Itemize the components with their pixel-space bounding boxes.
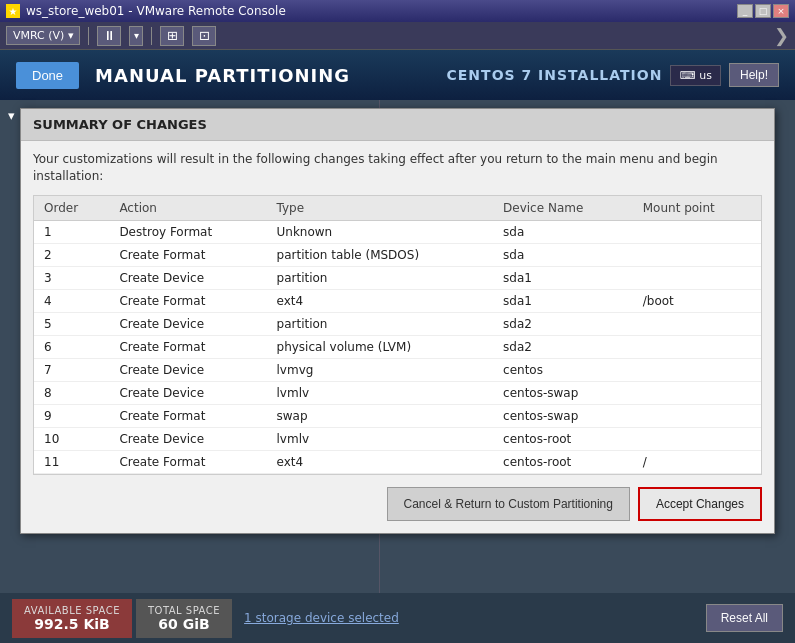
cell-mount bbox=[633, 220, 761, 243]
cell-mount bbox=[633, 266, 761, 289]
close-button[interactable]: × bbox=[773, 4, 789, 18]
cell-action: Create Device bbox=[109, 381, 266, 404]
page-title: MANUAL PARTITIONING bbox=[95, 65, 350, 86]
cell-action: Create Format bbox=[109, 450, 266, 473]
table-row: 7 Create Device lvmvg centos bbox=[34, 358, 761, 381]
cell-type: lvmlv bbox=[267, 427, 494, 450]
done-button[interactable]: Done bbox=[16, 62, 79, 89]
cell-mount bbox=[633, 358, 761, 381]
table-row: 10 Create Device lvmlv centos-root bbox=[34, 427, 761, 450]
cell-order: 4 bbox=[34, 289, 109, 312]
table-row: 4 Create Format ext4 sda1 /boot bbox=[34, 289, 761, 312]
cell-device: sda bbox=[493, 220, 633, 243]
cell-type: ext4 bbox=[267, 289, 494, 312]
cell-mount: / bbox=[633, 450, 761, 473]
maximize-button[interactable]: □ bbox=[755, 4, 771, 18]
cell-mount bbox=[633, 312, 761, 335]
title-bar-left: ★ ws_store_web01 - VMware Remote Console bbox=[6, 4, 286, 18]
cell-type: swap bbox=[267, 404, 494, 427]
send-ctrlaltdel-button[interactable]: ⊞ bbox=[160, 26, 184, 46]
table-row: 9 Create Format swap centos-swap bbox=[34, 404, 761, 427]
cell-order: 1 bbox=[34, 220, 109, 243]
table-row: 2 Create Format partition table (MSDOS) … bbox=[34, 243, 761, 266]
table-row: 1 Destroy Format Unknown sda bbox=[34, 220, 761, 243]
table-row: 6 Create Format physical volume (LVM) sd… bbox=[34, 335, 761, 358]
keyboard-lang: us bbox=[699, 69, 712, 82]
window-title: ws_store_web01 - VMware Remote Console bbox=[26, 4, 286, 18]
dialog-message: Your customizations will result in the f… bbox=[21, 141, 774, 195]
cell-device: centos-root bbox=[493, 450, 633, 473]
main-header-left: Done MANUAL PARTITIONING bbox=[16, 62, 350, 89]
main-header-right: CENTOS 7 INSTALLATION ⌨ us Help! bbox=[447, 63, 779, 87]
cell-action: Create Format bbox=[109, 243, 266, 266]
table-row: 8 Create Device lvmlv centos-swap bbox=[34, 381, 761, 404]
cell-order: 6 bbox=[34, 335, 109, 358]
cell-device: sda2 bbox=[493, 312, 633, 335]
sidebar-toggle-button[interactable]: ❯ bbox=[774, 25, 789, 46]
cell-mount bbox=[633, 404, 761, 427]
cell-type: Unknown bbox=[267, 220, 494, 243]
cell-order: 7 bbox=[34, 358, 109, 381]
cell-type: lvmlv bbox=[267, 381, 494, 404]
cell-type: partition bbox=[267, 266, 494, 289]
cell-action: Destroy Format bbox=[109, 220, 266, 243]
help-button[interactable]: Help! bbox=[729, 63, 779, 87]
window-controls[interactable]: _ □ × bbox=[737, 4, 789, 18]
col-action: Action bbox=[109, 196, 266, 221]
cell-device: sda bbox=[493, 243, 633, 266]
cell-mount bbox=[633, 243, 761, 266]
col-mount: Mount point bbox=[633, 196, 761, 221]
table-row: 5 Create Device partition sda2 bbox=[34, 312, 761, 335]
cell-mount bbox=[633, 427, 761, 450]
app-icon: ★ bbox=[6, 4, 20, 18]
summary-dialog: SUMMARY OF CHANGES Your customizations w… bbox=[20, 108, 775, 534]
cell-action: Create Format bbox=[109, 335, 266, 358]
cell-order: 9 bbox=[34, 404, 109, 427]
cell-device: centos-root bbox=[493, 427, 633, 450]
cancel-button[interactable]: Cancel & Return to Custom Partitioning bbox=[387, 487, 630, 521]
toolbar-separator2 bbox=[151, 27, 152, 45]
title-bar: ★ ws_store_web01 - VMware Remote Console… bbox=[0, 0, 795, 22]
cell-device: centos-swap bbox=[493, 381, 633, 404]
cell-device: centos-swap bbox=[493, 404, 633, 427]
toolbar: VMRC (V) ▾ ⏸ ▾ ⊞ ⊡ ❯ bbox=[0, 22, 795, 50]
cell-order: 8 bbox=[34, 381, 109, 404]
cell-action: Create Format bbox=[109, 289, 266, 312]
pause-dropdown-button[interactable]: ▾ bbox=[129, 26, 143, 46]
cell-type: lvmvg bbox=[267, 358, 494, 381]
cell-type: ext4 bbox=[267, 450, 494, 473]
cell-device: sda2 bbox=[493, 335, 633, 358]
toolbar-separator bbox=[88, 27, 89, 45]
col-type: Type bbox=[267, 196, 494, 221]
content-area: ▾ New CentOS 7 Installation centos-root … bbox=[0, 100, 795, 643]
vmrc-label: VMRC (V) ▾ bbox=[13, 29, 73, 42]
minimize-button[interactable]: _ bbox=[737, 4, 753, 18]
dialog-overlay: SUMMARY OF CHANGES Your customizations w… bbox=[0, 100, 795, 643]
cell-order: 5 bbox=[34, 312, 109, 335]
table-row: 11 Create Format ext4 centos-root / bbox=[34, 450, 761, 473]
table-row: 3 Create Device partition sda1 bbox=[34, 266, 761, 289]
vmrc-menu-button[interactable]: VMRC (V) ▾ bbox=[6, 26, 80, 45]
cell-order: 11 bbox=[34, 450, 109, 473]
cell-mount: /boot bbox=[633, 289, 761, 312]
main-header: Done MANUAL PARTITIONING CENTOS 7 INSTAL… bbox=[0, 50, 795, 100]
cell-mount bbox=[633, 381, 761, 404]
cell-type: physical volume (LVM) bbox=[267, 335, 494, 358]
cell-type: partition bbox=[267, 312, 494, 335]
centos-installation-label: CENTOS 7 INSTALLATION bbox=[447, 67, 663, 83]
cell-order: 10 bbox=[34, 427, 109, 450]
changes-table: Order Action Type Device Name Mount poin… bbox=[33, 195, 762, 475]
col-device: Device Name bbox=[493, 196, 633, 221]
cell-action: Create Device bbox=[109, 266, 266, 289]
accept-changes-button[interactable]: Accept Changes bbox=[638, 487, 762, 521]
col-order: Order bbox=[34, 196, 109, 221]
keyboard-icon: ⌨ bbox=[679, 69, 695, 82]
keyboard-layout-button[interactable]: ⌨ us bbox=[670, 65, 721, 86]
cell-order: 3 bbox=[34, 266, 109, 289]
cell-action: Create Format bbox=[109, 404, 266, 427]
cell-order: 2 bbox=[34, 243, 109, 266]
cell-device: sda1 bbox=[493, 289, 633, 312]
cell-type: partition table (MSDOS) bbox=[267, 243, 494, 266]
pause-button[interactable]: ⏸ bbox=[97, 26, 121, 46]
fit-guest-button[interactable]: ⊡ bbox=[192, 26, 216, 46]
